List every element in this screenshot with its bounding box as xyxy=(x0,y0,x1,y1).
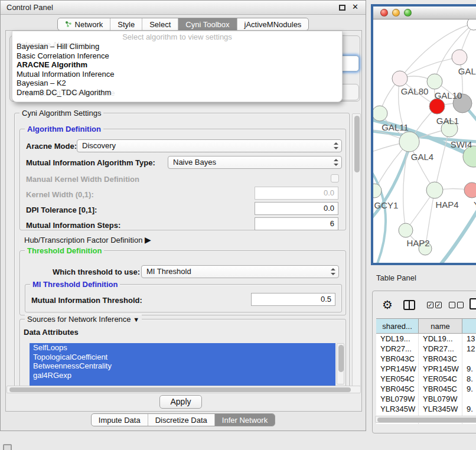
hub-definition-label: Hub/Transcription Factor Definition xyxy=(24,236,142,244)
network-node-hap4[interactable] xyxy=(426,182,443,198)
tab-jactivemnodules[interactable]: jActiveMNodules xyxy=(237,18,309,30)
table-horizontal-scrollbar[interactable] xyxy=(375,416,476,423)
network-node-gal10[interactable] xyxy=(427,74,442,89)
sources-title-text: Sources for Network Inference xyxy=(27,315,131,324)
network-node-gal80[interactable] xyxy=(392,71,407,86)
network-node-gal7[interactable] xyxy=(452,50,467,65)
attribute-list-scrollbar[interactable] xyxy=(337,343,344,384)
table-row[interactable]: YER054CYER054C8. xyxy=(376,374,476,384)
tab-infer-network[interactable]: Infer Network xyxy=(214,414,275,426)
algorithm-option[interactable]: Basic Correlation Inference xyxy=(12,51,342,61)
attribute-item[interactable]: TopologicalCoefficient xyxy=(30,353,335,362)
table-cell: YDR27... xyxy=(376,344,419,354)
mac-zoom-icon[interactable] xyxy=(404,9,412,17)
algorithm-option[interactable]: ARACNE Algorithm xyxy=(12,60,342,70)
mac-close-icon[interactable] xyxy=(380,9,388,17)
tab-cyni-toolbox[interactable]: Cyni Toolbox xyxy=(178,18,236,30)
algorithm-option[interactable]: Bayesian – K2 xyxy=(12,79,342,88)
kernel-width-field[interactable]: 0.0 xyxy=(255,187,338,200)
tab-label: Network xyxy=(75,20,103,29)
node-table: shared...nameA YDL19...YDL19...13YDR27..… xyxy=(376,318,476,424)
mi-type-label: Mutual Information Algorithm Type: xyxy=(26,158,155,167)
table-cell: YPR145W xyxy=(419,364,462,374)
close-icon[interactable]: ✕ xyxy=(352,2,358,11)
table-row[interactable]: YDR27...YDR27...12 xyxy=(376,344,476,354)
table-row[interactable]: YBR043CYBR043C xyxy=(376,354,476,364)
table-cell: YER054C xyxy=(376,374,419,384)
attribute-item[interactable]: BetweennessCentrality xyxy=(30,361,335,371)
table-cell: 9. xyxy=(462,404,476,414)
ghost-inference-algorithm-label: Inference Algorithm xyxy=(19,40,85,49)
column-header-name[interactable]: name xyxy=(419,318,462,334)
network-canvas[interactable]: GAL7GAL80GAL10GAL1SWI4GAL11GAL4GCY1HAP4Y… xyxy=(373,19,476,263)
mi-type-value: Naive Bayes xyxy=(173,158,216,167)
tab-discretize-data[interactable]: Discretize Data xyxy=(148,414,214,426)
bottom-tab-bar: Impute DataDiscretize DataInfer Network xyxy=(1,413,366,426)
table-row[interactable]: YLR345WYLR345W9. xyxy=(376,404,476,414)
hub-definition-toggle[interactable]: Hub/Transcription Factor Definition ▶ xyxy=(24,235,151,244)
mac-minimize-icon[interactable] xyxy=(392,9,400,17)
network-node-gal11[interactable] xyxy=(373,106,387,121)
network-window-titlebar xyxy=(373,6,476,19)
gear-icon[interactable]: ⚙ xyxy=(382,298,393,312)
algorithm-option[interactable]: Mutual Information Inference xyxy=(12,70,342,79)
tab-select[interactable]: Select xyxy=(142,18,178,30)
table-row[interactable]: YBR045CYBR045C9. xyxy=(376,384,476,394)
kernel-width-label: Kernel Width (0,1): xyxy=(26,190,94,199)
apply-button-label: Apply xyxy=(170,397,191,406)
table-cell: YBR045C xyxy=(419,384,462,394)
tab-network[interactable]: Network xyxy=(58,18,110,30)
table-row[interactable]: YPR145WYPR145W9. xyxy=(376,364,476,374)
apply-button[interactable]: Apply xyxy=(159,395,202,409)
node-label-gcy1: GCY1 xyxy=(374,200,399,210)
dpi-tolerance-field[interactable]: 0.0 xyxy=(255,202,338,215)
aracne-mode-value: Discovery xyxy=(82,141,116,150)
table-panel-window: ⚙ ✓✓ shared...nameA YDL19...YDL19...13YD… xyxy=(372,291,476,433)
tab-label: Select xyxy=(149,20,171,29)
dpi-tolerance-label: DPI Tolerance [0,1]: xyxy=(26,206,97,214)
which-threshold-combobox[interactable]: MI Threshold xyxy=(141,265,339,278)
float-window-icon[interactable] xyxy=(339,5,345,11)
split-columns-icon[interactable] xyxy=(403,300,415,310)
tab-label: jActiveMNodules xyxy=(244,20,302,29)
ghost-network-combo-label: gal-filtered sif default node xyxy=(25,89,115,97)
tab-impute-data[interactable]: Impute Data xyxy=(92,414,148,426)
network-view-window: GAL7GAL80GAL10GAL1SWI4GAL11GAL4GCY1HAP4Y… xyxy=(371,4,476,265)
deselect-all-columns-icon[interactable] xyxy=(449,302,464,308)
network-node-gal1[interactable] xyxy=(429,99,445,114)
data-attributes-label: Data Attributes xyxy=(24,328,79,337)
collapsed-arrow-icon: ▶ xyxy=(145,235,151,244)
document-icon[interactable] xyxy=(470,298,476,309)
network-node-hap2[interactable] xyxy=(399,223,413,237)
network-node-y[interactable] xyxy=(464,182,476,198)
table-row[interactable]: YBL079WYBL079W xyxy=(376,394,476,404)
table-cell: YBL079W xyxy=(376,394,419,404)
data-attributes-list[interactable]: SelfLoopsTopologicalCoefficientBetweenne… xyxy=(30,343,335,386)
tab-style[interactable]: Style xyxy=(110,18,142,30)
aracne-mode-combobox[interactable]: Discovery xyxy=(77,139,342,152)
manual-kernel-label: Manual Kernel Width Definition xyxy=(26,175,139,184)
table-cell xyxy=(462,394,476,404)
panel-title: Control Panel xyxy=(6,3,53,12)
settings-horizontal-scrollbar[interactable] xyxy=(6,386,361,393)
settings-vertical-scrollbar[interactable] xyxy=(352,113,361,391)
mi-steps-field[interactable]: 6 xyxy=(255,217,338,230)
manual-kernel-checkbox[interactable] xyxy=(331,174,339,182)
network-node-gcy1[interactable] xyxy=(373,184,382,198)
column-header-A[interactable]: A xyxy=(462,318,476,334)
sources-group-title[interactable]: Sources for Network Inference ▼ xyxy=(25,315,142,324)
node-label-gal7: GAL7 xyxy=(458,66,476,76)
which-threshold-label: Which threshold to use: xyxy=(53,268,140,276)
select-all-columns-icon[interactable]: ✓✓ xyxy=(427,302,442,308)
table-cell: 9. xyxy=(462,384,476,394)
network-node-gal4[interactable] xyxy=(399,132,419,152)
column-header-shared...[interactable]: shared... xyxy=(376,318,419,334)
table-row[interactable]: YDL19...YDL19...13 xyxy=(376,334,476,344)
attribute-item[interactable]: SelfLoops xyxy=(30,343,335,353)
mi-threshold-field[interactable]: 0.5 xyxy=(251,293,335,306)
kernel-width-value: 0.0 xyxy=(324,188,334,197)
node-label-gal1: GAL1 xyxy=(436,116,459,126)
attribute-item[interactable]: gal4RGexp xyxy=(30,371,335,380)
mi-algorithm-type-combobox[interactable]: Naive Bayes xyxy=(168,156,342,169)
corner-grip-icon[interactable] xyxy=(3,444,12,450)
